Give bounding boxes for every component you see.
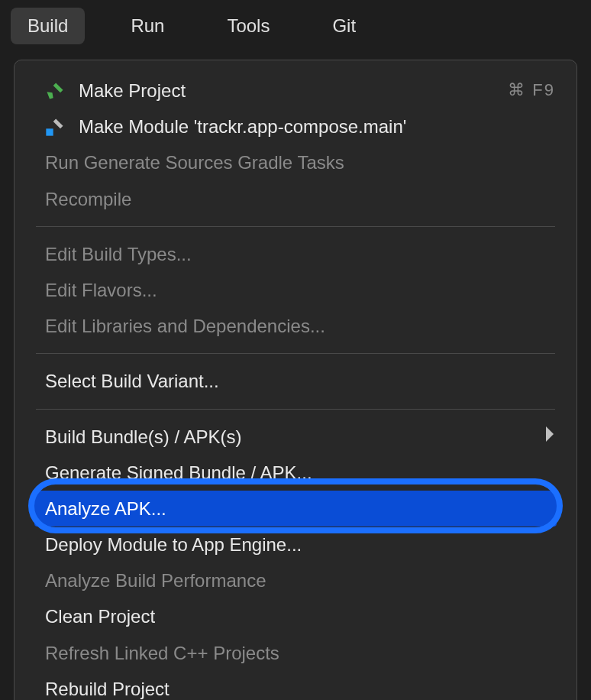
menu-analyze-apk[interactable]: Analyze APK...: [34, 491, 557, 527]
menu-label: Generate Signed Bundle / APK...: [45, 461, 312, 484]
menu-label: Rebuild Project: [45, 677, 170, 700]
menu-recompile: Recompile: [15, 181, 576, 217]
menu-shortcut: ⌘ F9: [508, 79, 555, 102]
menu-edit-flavors: Edit Flavors...: [15, 272, 576, 308]
build-dropdown: Make Project ⌘ F9 Make Module 'trackr.ap…: [14, 60, 577, 700]
menubar-run[interactable]: Run: [114, 8, 181, 44]
menu-label: Edit Flavors...: [45, 278, 157, 302]
menu-edit-libraries: Edit Libraries and Dependencies...: [15, 308, 576, 344]
menu-label: Edit Build Types...: [45, 242, 192, 266]
menu-label: Deploy Module to App Engine...: [45, 533, 302, 556]
menu-run-generate-sources: Run Generate Sources Gradle Tasks: [15, 144, 576, 180]
hammer-green-icon: [44, 79, 66, 102]
menu-separator: [36, 226, 555, 227]
menu-clean-project[interactable]: Clean Project: [15, 598, 576, 634]
menu-label: Recompile: [45, 187, 131, 211]
menu-label: Clean Project: [45, 604, 155, 628]
menu-label: Make Project: [79, 79, 186, 102]
menu-edit-build-types: Edit Build Types...: [15, 236, 576, 272]
menu-label: Refresh Linked C++ Projects: [45, 641, 279, 665]
menu-make-module[interactable]: Make Module 'trackr.app-compose.main': [15, 109, 576, 144]
menu-label: Run Generate Sources Gradle Tasks: [45, 151, 344, 174]
menu-label: Edit Libraries and Dependencies...: [45, 314, 325, 338]
menu-generate-signed-bundle[interactable]: Generate Signed Bundle / APK...: [15, 455, 576, 491]
menu-separator: [36, 409, 555, 410]
menu-build-bundles-apks[interactable]: Build Bundle(s) / APK(s): [15, 419, 576, 455]
menu-rebuild-project[interactable]: Rebuild Project: [15, 671, 576, 700]
menubar-build[interactable]: Build: [11, 8, 85, 44]
hammer-blue-icon: [44, 115, 66, 138]
menu-deploy-module-app-engine[interactable]: Deploy Module to App Engine...: [15, 527, 576, 562]
chevron-right-icon: [544, 426, 555, 448]
menubar-tools[interactable]: Tools: [210, 8, 286, 44]
menu-analyze-build-performance: Analyze Build Performance: [15, 562, 576, 598]
menu-label: Make Module 'trackr.app-compose.main': [79, 115, 406, 138]
menu-select-build-variant[interactable]: Select Build Variant...: [15, 363, 576, 399]
svg-rect-0: [46, 128, 53, 135]
menu-make-project[interactable]: Make Project ⌘ F9: [15, 73, 576, 109]
menu-label: Build Bundle(s) / APK(s): [45, 425, 241, 449]
menu-separator: [36, 353, 555, 354]
menu-label: Analyze APK...: [45, 497, 166, 520]
menubar-git[interactable]: Git: [315, 8, 373, 44]
menubar: Build Run Tools Git: [0, 0, 591, 52]
menu-label: Analyze Build Performance: [45, 569, 266, 592]
menu-refresh-linked-cpp: Refresh Linked C++ Projects: [15, 635, 576, 671]
menu-label: Select Build Variant...: [45, 369, 219, 393]
